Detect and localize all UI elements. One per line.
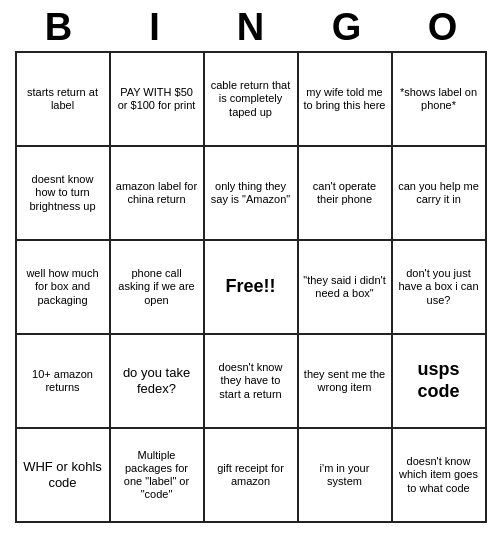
bingo-cell-r4c0: WHF or kohls code: [17, 429, 111, 523]
bingo-cell-r0c1: PAY WITH $50 or $100 for print: [111, 53, 205, 147]
bingo-cell-r3c4: usps code: [393, 335, 487, 429]
bingo-cell-r2c4: don't you just have a box i can use?: [393, 241, 487, 335]
bingo-cell-r4c4: doesn't know which item goes to what cod…: [393, 429, 487, 523]
bingo-cell-r1c3: can't operate their phone: [299, 147, 393, 241]
bingo-cell-r3c1: do you take fedex?: [111, 335, 205, 429]
bingo-cell-r0c3: my wife told me to bring this here: [299, 53, 393, 147]
bingo-cell-r3c0: 10+ amazon returns: [17, 335, 111, 429]
bingo-cell-r2c0: well how much for box and packaging: [17, 241, 111, 335]
bingo-cell-r1c2: only thing they say is "Amazon": [205, 147, 299, 241]
bingo-cell-r3c2: doesn't know they have to start a return: [205, 335, 299, 429]
title-letter-b: B: [15, 6, 103, 49]
bingo-cell-r4c2: gift receipt for amazon: [205, 429, 299, 523]
bingo-cell-r1c1: amazon label for china return: [111, 147, 205, 241]
bingo-title: BINGO: [11, 6, 491, 49]
bingo-cell-r2c2: Free!!: [205, 241, 299, 335]
bingo-cell-r3c3: they sent me the wrong item: [299, 335, 393, 429]
bingo-cell-r1c0: doesnt know how to turn brightness up: [17, 147, 111, 241]
bingo-cell-r1c4: can you help me carry it in: [393, 147, 487, 241]
title-letter-i: I: [111, 6, 199, 49]
bingo-cell-r0c2: cable return that is completely taped up: [205, 53, 299, 147]
title-letter-g: G: [303, 6, 391, 49]
bingo-cell-r4c3: i'm in your system: [299, 429, 393, 523]
bingo-grid: starts return at labelPAY WITH $50 or $1…: [15, 51, 487, 523]
bingo-cell-r4c1: Multiple packages for one "label" or "co…: [111, 429, 205, 523]
bingo-cell-r2c3: "they said i didn't need a box": [299, 241, 393, 335]
bingo-cell-r2c1: phone call asking if we are open: [111, 241, 205, 335]
title-letter-n: N: [207, 6, 295, 49]
bingo-cell-r0c0: starts return at label: [17, 53, 111, 147]
bingo-cell-r0c4: *shows label on phone*: [393, 53, 487, 147]
title-letter-o: O: [399, 6, 487, 49]
